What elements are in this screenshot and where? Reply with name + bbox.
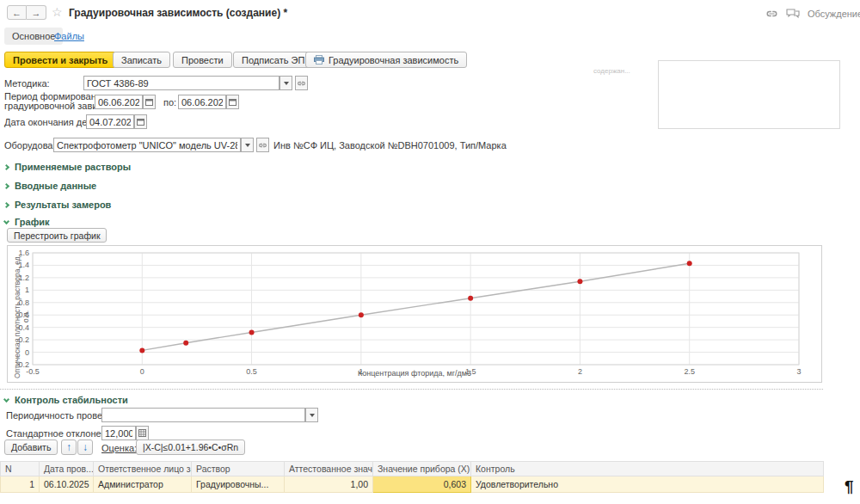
col-header-person[interactable]: Ответственное лицо за кон... bbox=[94, 462, 192, 476]
stddev-input[interactable] bbox=[101, 426, 136, 440]
period-to-calendar-icon[interactable] bbox=[226, 95, 239, 109]
add-row-button[interactable]: Добавить bbox=[4, 439, 58, 455]
side-note-text: содержан... bbox=[593, 67, 630, 75]
post-and-close-button[interactable]: Провести и закрыть bbox=[4, 52, 116, 68]
section-applied-solutions[interactable]: Применяемые растворы bbox=[4, 162, 131, 172]
score-formula-button[interactable]: |X-C|≤0.01+1.96•С•σRn bbox=[136, 439, 245, 455]
chart-x-axis-label: Концентрация фторида, мг/дм3 bbox=[8, 369, 821, 378]
rebuild-chart-button[interactable]: Перестроить график bbox=[7, 228, 107, 243]
period-to-label: по: bbox=[163, 97, 176, 108]
svg-text:1.4: 1.4 bbox=[18, 261, 29, 269]
methodology-link-icon[interactable] bbox=[295, 76, 308, 90]
cell-n[interactable]: 1 bbox=[1, 476, 40, 493]
check-frequency-input[interactable] bbox=[101, 408, 305, 422]
page-title: Градуировочная зависимость (создание) * bbox=[69, 7, 287, 19]
score-link[interactable]: Оценка: bbox=[101, 443, 137, 453]
discussion-icon[interactable] bbox=[786, 9, 800, 19]
calibration-chart-svg: -0.200.20.40.60.811.21.41.6-0.500.511.52… bbox=[8, 246, 821, 382]
chevron-right-icon bbox=[3, 202, 9, 208]
section-chart[interactable]: График bbox=[4, 217, 50, 227]
methodology-input[interactable] bbox=[83, 76, 280, 90]
pilcrow-mark: ¶ bbox=[845, 477, 854, 496]
chevron-right-icon bbox=[3, 183, 9, 189]
discussion-label[interactable]: Обсуждение bbox=[808, 9, 860, 19]
equipment-input[interactable] bbox=[53, 138, 241, 152]
link-icon[interactable] bbox=[765, 9, 778, 18]
section-applied-solutions-label: Применяемые растворы bbox=[15, 162, 131, 172]
svg-text:0: 0 bbox=[25, 348, 29, 357]
navigation-buttons: ← → bbox=[7, 5, 46, 20]
svg-text:1.6: 1.6 bbox=[18, 249, 29, 257]
cell-certified-value[interactable]: 1,00 bbox=[285, 476, 373, 493]
dotted-divider bbox=[0, 389, 823, 390]
tab-files[interactable]: Файлы bbox=[54, 31, 84, 41]
cell-solution[interactable]: Градуировочны... bbox=[192, 476, 285, 493]
chevron-right-icon bbox=[3, 164, 9, 170]
forward-icon[interactable]: → bbox=[27, 5, 46, 20]
calibration-chart: Оптическая плотность раствора, ед. о.п. … bbox=[7, 245, 822, 383]
section-input-data[interactable]: Вводные данные bbox=[4, 181, 96, 191]
stability-table: N Дата пров... Ответственное лицо за кон… bbox=[0, 461, 824, 493]
equipment-link-icon[interactable] bbox=[256, 138, 269, 152]
svg-text:0.2: 0.2 bbox=[18, 335, 29, 344]
svg-text:0.6: 0.6 bbox=[18, 310, 29, 319]
move-up-button[interactable]: ↑ bbox=[61, 439, 77, 455]
svg-text:1: 1 bbox=[25, 286, 29, 294]
cell-date[interactable]: 06.10.2025 bbox=[40, 476, 94, 493]
back-icon[interactable]: ← bbox=[7, 5, 27, 20]
section-measurement-results[interactable]: Результаты замеров bbox=[4, 200, 111, 210]
section-stability-control[interactable]: Контроль стабильности bbox=[4, 395, 128, 405]
svg-text:0.8: 0.8 bbox=[18, 298, 29, 307]
cell-instrument-value[interactable]: 0,603 bbox=[373, 476, 471, 493]
col-header-certified-value[interactable]: Аттестованное значение (С) bbox=[285, 462, 373, 476]
table-row[interactable]: 1 06.10.2025 Администратор Градуировочны… bbox=[1, 476, 824, 493]
period-from-input[interactable] bbox=[95, 95, 143, 109]
expiry-calendar-icon[interactable] bbox=[134, 114, 147, 129]
svg-text:1.2: 1.2 bbox=[18, 274, 29, 282]
printer-icon bbox=[314, 55, 324, 65]
period-to-input[interactable] bbox=[178, 95, 226, 109]
col-header-n[interactable]: N bbox=[1, 462, 40, 476]
table-header-row: N Дата пров... Ответственное лицо за кон… bbox=[1, 462, 824, 476]
check-frequency-dropdown-icon[interactable] bbox=[305, 408, 318, 422]
section-measurement-results-label: Результаты замеров bbox=[15, 200, 111, 210]
side-panel bbox=[658, 60, 840, 129]
equipment-dropdown-icon[interactable] bbox=[241, 138, 254, 152]
stddev-grid-icon[interactable] bbox=[136, 426, 149, 440]
section-stability-control-label: Контроль стабильности bbox=[15, 395, 128, 405]
equipment-info-text: Инв №СФ ИЦ, Заводской №DBH0701009, Тип/М… bbox=[273, 140, 507, 151]
move-down-button[interactable]: ↓ bbox=[77, 439, 93, 455]
col-header-solution[interactable]: Раствор bbox=[192, 462, 285, 476]
header-right-controls: Обсуждение bbox=[765, 9, 860, 19]
print-calibration-button[interactable]: Градуировочная зависимость bbox=[305, 52, 467, 68]
chevron-down-icon bbox=[3, 218, 9, 224]
sign-ep-button[interactable]: Подписать ЭП bbox=[233, 52, 313, 68]
svg-text:0.4: 0.4 bbox=[18, 323, 29, 332]
methodology-label: Методика: bbox=[4, 78, 50, 89]
section-chart-label: График bbox=[15, 217, 50, 227]
expiry-date-input[interactable] bbox=[86, 114, 134, 129]
print-button-label: Градуировочная зависимость bbox=[329, 55, 458, 65]
cell-control[interactable]: Удовлетворительно bbox=[471, 476, 824, 493]
post-button[interactable]: Провести bbox=[173, 52, 232, 68]
chevron-down-icon bbox=[3, 396, 9, 403]
methodology-dropdown-icon[interactable] bbox=[280, 76, 292, 90]
application-window: ← → ☆ Градуировочная зависимость (создан… bbox=[0, 0, 860, 504]
cell-person[interactable]: Администратор bbox=[94, 476, 192, 493]
col-header-instrument-value[interactable]: Значение прибора (X) bbox=[373, 462, 471, 476]
period-from-calendar-icon[interactable] bbox=[143, 95, 156, 109]
section-input-data-label: Вводные данные bbox=[15, 181, 96, 191]
save-button[interactable]: Записать bbox=[113, 52, 170, 68]
favorite-star-icon[interactable]: ☆ bbox=[52, 5, 63, 19]
col-header-control[interactable]: Контроль bbox=[471, 462, 824, 476]
col-header-date[interactable]: Дата пров... bbox=[40, 462, 94, 476]
